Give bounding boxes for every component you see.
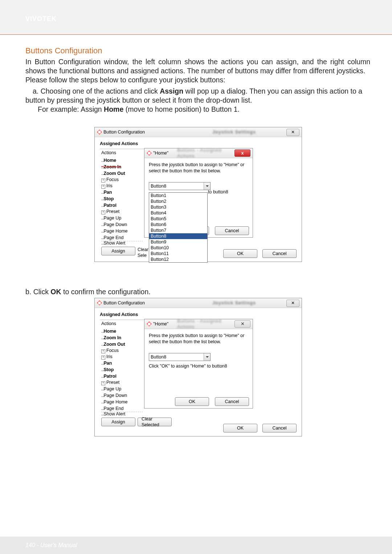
tree-item[interactable]: …Pan	[101, 360, 143, 366]
assign-button[interactable]: Assign	[101, 418, 135, 426]
dialog-hint: Click "OK" to assign "Home" to button8	[149, 363, 248, 369]
tree-item[interactable]: …Zoom Out	[101, 170, 143, 177]
tree-item[interactable]: …Page Down	[101, 392, 143, 399]
app-icon	[97, 300, 102, 305]
chevron-down-icon[interactable]	[204, 353, 210, 361]
dropdown-option[interactable]: Button5	[149, 216, 207, 222]
dialog-close-icon[interactable]: x	[234, 149, 250, 157]
intro-paragraph: In Button Configuration window, the left…	[25, 57, 370, 75]
actions-header: Actions	[101, 321, 143, 327]
expand-icon[interactable]: +	[101, 178, 105, 182]
dialog-title: "Home"	[153, 321, 168, 327]
dropdown-option[interactable]: Button1	[149, 193, 207, 198]
home-word: Home	[104, 105, 123, 113]
footer-text: 140 - User's Manual	[25, 542, 77, 549]
button-dropdown-list[interactable]: Button1Button2Button3Button4Button5Butto…	[149, 192, 208, 263]
button-select-value: Button8	[151, 354, 166, 360]
home-assign-dialog: "Home" Buttons - Assigned Actions ✕ Pres…	[144, 319, 253, 409]
button-select[interactable]: Button8	[149, 182, 211, 190]
dropdown-option[interactable]: Button2	[149, 198, 207, 204]
tree-item[interactable]: …Page Home	[101, 399, 143, 405]
dropdown-option[interactable]: Button10	[149, 245, 207, 251]
blurred-text: Buttons - Assigned Actions	[170, 147, 233, 159]
close-icon[interactable]: ✕	[286, 129, 299, 136]
tree-item[interactable]: +Preset	[101, 379, 143, 386]
screenshot-a: Button Configuration Joystick Settings ✕…	[94, 127, 301, 262]
dialog-message: Press the joystick button to assign to "…	[149, 333, 248, 345]
window-title: Button Configuration	[103, 300, 145, 306]
window-titlebar: Button Configuration Joystick Settings ✕	[95, 298, 302, 308]
close-icon[interactable]: ✕	[286, 300, 299, 307]
blurred-subtitle: Joystick Settings	[146, 300, 299, 306]
dropdown-option[interactable]: Button8	[149, 233, 207, 239]
tree-item[interactable]: …Stop	[101, 366, 143, 373]
app-icon	[147, 151, 152, 156]
tree-item[interactable]: …Pan	[101, 189, 143, 196]
tree-item[interactable]: …Stop	[101, 196, 143, 202]
tree-item[interactable]: …Page Home	[101, 228, 143, 234]
dialog-cancel-button[interactable]: Cancel	[215, 397, 249, 406]
dropdown-option[interactable]: Button9	[149, 239, 207, 245]
tree-item[interactable]: +Iris	[101, 183, 143, 189]
expand-icon[interactable]: +	[101, 349, 105, 353]
step-a-text-3b: (move to home position) to Button 1.	[123, 105, 240, 113]
tree-item[interactable]: …Home	[101, 157, 143, 164]
tree-cutoff: Show Alert	[104, 241, 126, 245]
tree-item[interactable]: …Zoom In	[101, 335, 143, 341]
actions-header: Actions	[101, 150, 143, 156]
page-content: Buttons Configuration In Button Configur…	[0, 35, 392, 436]
group-title: Assigned Actions	[100, 141, 297, 147]
tree-item[interactable]: …Page End	[101, 405, 143, 412]
tree-item[interactable]: +Iris	[101, 354, 143, 360]
window-ok-button[interactable]: OK	[223, 424, 257, 432]
ok-word: OK	[50, 288, 61, 296]
actions-tree[interactable]: …Home…Zoom In…Zoom Out+Focus+Iris…Pan…St…	[101, 157, 143, 241]
step-b-text-2: to confirm the configuration.	[61, 288, 151, 296]
tree-item[interactable]: +Focus	[101, 348, 143, 354]
tree-item[interactable]: +Focus	[101, 177, 143, 183]
window-titlebar: Button Configuration Joystick Settings ✕	[95, 127, 302, 137]
chevron-down-icon[interactable]	[204, 182, 210, 190]
dropdown-option[interactable]: Button6	[149, 222, 207, 227]
dialog-cancel-button[interactable]: Cancel	[215, 226, 249, 235]
lead-text: Please follow the steps below to configu…	[25, 75, 370, 85]
dropdown-option[interactable]: Button11	[149, 251, 207, 257]
tree-item[interactable]: …Page Up	[101, 386, 143, 392]
expand-icon[interactable]: +	[101, 356, 105, 360]
tree-item[interactable]: +Preset	[101, 209, 143, 215]
window-ok-button[interactable]: OK	[223, 249, 257, 258]
tree-cutoff: Show Alert	[104, 412, 126, 415]
tree-item[interactable]: …Page End	[101, 234, 143, 241]
page-header: VIVOTEK	[0, 0, 392, 35]
step-a-text-1: a. Choosing one of the actions and click	[33, 87, 160, 95]
button-select[interactable]: Button8	[149, 353, 211, 361]
tree-item[interactable]: …Zoom In	[101, 164, 143, 170]
section-title: Buttons Configuration	[25, 46, 370, 56]
assign-button[interactable]: Assign	[101, 247, 135, 255]
dropdown-option[interactable]: Button4	[149, 210, 207, 216]
actions-tree[interactable]: …Home…Zoom In…Zoom Out+Focus+Iris…Pan…St…	[101, 328, 143, 412]
tree-item[interactable]: …Home	[101, 328, 143, 335]
app-icon	[97, 130, 102, 135]
dropdown-option[interactable]: Button12	[149, 257, 207, 262]
screenshot-b: Button Configuration Joystick Settings ✕…	[94, 298, 301, 436]
tree-item[interactable]: …Patrol	[101, 373, 143, 379]
tree-item[interactable]: …Page Up	[101, 215, 143, 221]
step-b: b. Click OK to confirm the configuration…	[25, 287, 370, 296]
dialog-close-icon[interactable]: ✕	[234, 320, 250, 328]
dialog-message: Press the joystick button to assign to "…	[149, 162, 248, 174]
tree-item[interactable]: …Page Down	[101, 221, 143, 228]
tree-item[interactable]: …Patrol	[101, 202, 143, 209]
brand-label: VIVOTEK	[25, 15, 57, 22]
expand-icon[interactable]: +	[101, 210, 105, 214]
window-title: Button Configuration	[103, 129, 145, 135]
window-cancel-button[interactable]: Cancel	[262, 424, 297, 432]
tree-item[interactable]: …Zoom Out	[101, 341, 143, 348]
dialog-ok-button[interactable]: OK	[175, 397, 209, 406]
dropdown-option[interactable]: Button3	[149, 204, 207, 210]
step-b-text-1: b. Click	[25, 288, 50, 296]
dropdown-option[interactable]: Button7	[149, 227, 207, 233]
window-cancel-button[interactable]: Cancel	[262, 249, 297, 258]
expand-icon[interactable]: +	[101, 185, 105, 189]
expand-icon[interactable]: +	[101, 381, 105, 385]
